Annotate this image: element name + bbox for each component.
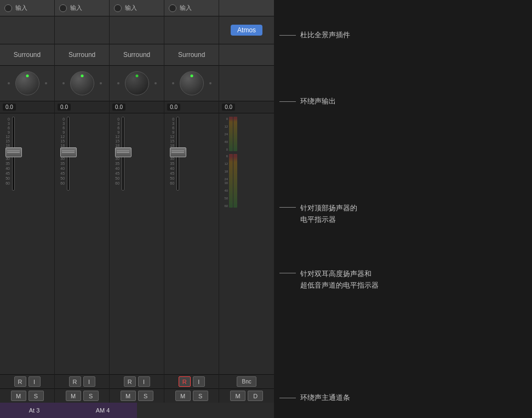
- channel-4: 输入 Surround 0.0: [164, 0, 219, 418]
- s-button-2[interactable]: S: [83, 391, 99, 401]
- fader-section-2: 0 3 6 9 12 15 18 21 24 30 35 40: [55, 113, 109, 374]
- value-row-1: 0.0: [0, 101, 54, 113]
- knob-area-1: [0, 66, 54, 101]
- annotation-top-speakers: 针对顶部扬声器的电平指示器: [279, 203, 357, 226]
- i-button-1[interactable]: I: [28, 376, 41, 387]
- s-button-1[interactable]: S: [28, 391, 44, 401]
- connector-line-main: [279, 398, 296, 398]
- footer-bar: At 3 AM 4: [0, 403, 274, 418]
- atmos-button-area: Atmos: [219, 16, 274, 44]
- am4-text: AM 4: [96, 407, 110, 414]
- ms-row-4: M S: [164, 388, 219, 403]
- input-row-3: 输入: [110, 0, 164, 16]
- i-button-4[interactable]: I: [193, 376, 205, 387]
- mixer-area: 输入 Surround 0.0: [0, 0, 274, 418]
- r-button-3[interactable]: R: [124, 376, 136, 387]
- knob-3[interactable]: [125, 71, 149, 95]
- master-value-area: [219, 66, 274, 101]
- knob-2[interactable]: [70, 71, 94, 95]
- value-row-3: 0.0: [110, 101, 164, 113]
- am4-indicator: AM 4: [68, 403, 137, 418]
- input-label-1: 输入: [15, 4, 27, 12]
- m-button-2[interactable]: M: [66, 391, 81, 401]
- knob-area-4: [164, 66, 219, 101]
- fader-section-1: 0 3 6 9 12 15 18 21 24 30 35 40: [0, 113, 54, 374]
- knob-4[interactable]: [180, 71, 204, 95]
- fader-thumb-4[interactable]: [170, 147, 186, 157]
- knob-side-left-1: [8, 82, 10, 84]
- atmos-area-1: [0, 16, 54, 44]
- fader-thumb-3[interactable]: [115, 147, 131, 157]
- annotation-text-atmos: 杜比全景声插件: [300, 30, 350, 40]
- value-row-4: 0.0: [164, 101, 219, 113]
- m-button-1[interactable]: M: [11, 391, 26, 401]
- fader-thumb-2[interactable]: [60, 147, 77, 157]
- input-circle-4: [169, 4, 176, 12]
- r-button-4[interactable]: R: [179, 376, 191, 387]
- master-surround-area: [219, 44, 274, 66]
- master-top-spacer: [219, 0, 274, 16]
- at3-text: At 3: [29, 407, 40, 414]
- annotation-text-top: 针对顶部扬声器的电平指示器: [300, 203, 357, 226]
- input-row-4: 输入: [164, 0, 219, 16]
- knob-side-right-1: [45, 82, 47, 84]
- surround-label-4: Surround: [178, 51, 205, 59]
- annotation-text-binaural: 针对双耳高度扬声器和超低音声道的电平指示器: [300, 268, 379, 291]
- input-row-2: 输入: [55, 0, 109, 16]
- i-button-3[interactable]: I: [138, 376, 150, 387]
- surround-label-1: Surround: [14, 51, 41, 59]
- s-button-4[interactable]: S: [193, 391, 208, 401]
- annotation-surround: 环绕声输出: [279, 96, 336, 106]
- annotation-text-main: 环绕声主通道条: [300, 393, 350, 403]
- ms-row-1: M S: [0, 388, 54, 403]
- r-button-1[interactable]: R: [14, 376, 26, 387]
- knob-1[interactable]: [15, 71, 39, 95]
- m-button-4[interactable]: M: [175, 391, 191, 401]
- value-display-2: 0.0: [58, 104, 71, 111]
- surround-area-1: Surround: [0, 44, 54, 66]
- channel-1: 输入 Surround 0.0: [0, 0, 55, 418]
- surround-area-2: Surround: [55, 44, 109, 66]
- fader-section-3: 0 3 6 9 12 15 18 21 24 30 35 40: [110, 113, 164, 374]
- atmos-area-2: [55, 16, 109, 44]
- channel-2: 输入 Surround 0.0: [55, 0, 110, 418]
- m-button-master[interactable]: M: [230, 391, 245, 401]
- knob-area-2: [55, 66, 109, 101]
- i-button-2[interactable]: I: [83, 376, 95, 387]
- annotation-atmos: 杜比全景声插件: [279, 30, 350, 40]
- ri-row-2: R I: [55, 374, 109, 388]
- surround-label-3: Surround: [123, 51, 150, 59]
- master-channel: Atmos 0.0: [219, 0, 274, 418]
- d-button-master[interactable]: D: [248, 391, 263, 401]
- input-circle-2: [59, 4, 67, 12]
- meter-bar-master-l2: [233, 117, 237, 151]
- at3-indicator: At 3: [0, 403, 68, 418]
- annotation-main-strip: 环绕声主通道条: [279, 393, 350, 403]
- atmos-area-3: [110, 16, 164, 44]
- atmos-button[interactable]: Atmos: [231, 25, 262, 36]
- connector-line-binaural: [279, 273, 296, 273]
- fader-thumb-1[interactable]: [5, 147, 22, 157]
- fader-track-2: [67, 117, 70, 191]
- s-button-3[interactable]: S: [138, 391, 153, 401]
- ri-row-4: R I: [164, 374, 219, 388]
- value-row-2: 0.0: [55, 101, 109, 113]
- fader-track-1: [12, 117, 15, 191]
- input-label-3: 输入: [125, 4, 137, 12]
- value-display-1: 0.0: [3, 104, 16, 111]
- input-label-4: 输入: [180, 4, 192, 12]
- md-row: M D: [219, 388, 274, 403]
- master-value-row: 0.0: [219, 101, 274, 113]
- bnc-button[interactable]: Bnc: [237, 376, 256, 387]
- fader-track-4: [176, 117, 179, 191]
- atmos-area-4: [164, 16, 219, 44]
- ri-row-3: R I: [110, 374, 164, 388]
- m-button-3[interactable]: M: [121, 391, 136, 401]
- input-row-1: 输入: [0, 0, 54, 16]
- fader-track-3: [122, 117, 124, 191]
- r-button-2[interactable]: R: [69, 376, 81, 387]
- connector-line-surround: [279, 101, 296, 102]
- surround-label-2: Surround: [68, 51, 95, 59]
- annotation-text-surround: 环绕声输出: [300, 96, 336, 106]
- fader-section-4: 0 3 6 9 12 15 18 21 24 30 35 40: [164, 113, 219, 374]
